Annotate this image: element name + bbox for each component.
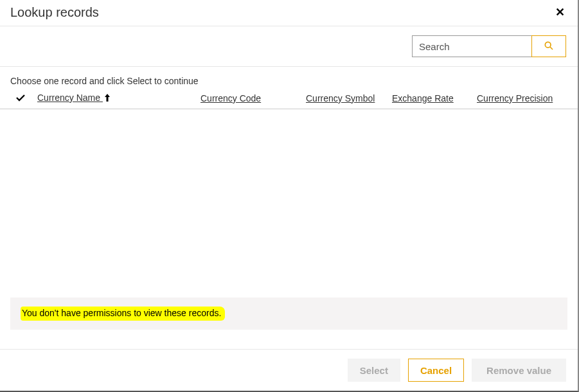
lookup-modal: Lookup records ✕ Choose one record and c… — [0, 0, 579, 392]
modal-header: Lookup records ✕ — [0, 0, 578, 26]
search-wrap — [412, 35, 566, 57]
sort-ascending-icon — [104, 93, 111, 103]
instruction-text: Choose one record and click Select to co… — [0, 67, 578, 90]
column-currency-code[interactable]: Currency Code — [200, 93, 297, 103]
permission-message: You don't have permissions to view these… — [21, 307, 225, 321]
permission-bar: You don't have permissions to view these… — [10, 298, 567, 330]
modal-footer: Select Cancel Remove value — [0, 349, 578, 391]
modal-title: Lookup records — [10, 5, 99, 20]
column-exchange-rate[interactable]: Exchange Rate — [392, 93, 468, 103]
close-icon: ✕ — [555, 6, 565, 19]
search-icon — [544, 40, 554, 53]
svg-point-0 — [545, 42, 551, 48]
search-button[interactable] — [531, 35, 566, 57]
search-input[interactable] — [412, 35, 531, 57]
records-body — [0, 109, 578, 298]
remove-value-button[interactable]: Remove value — [472, 359, 566, 382]
column-currency-precision[interactable]: Currency Precision — [477, 93, 560, 103]
column-header-row: Currency Name Currency Code Currency Sym… — [0, 90, 578, 109]
svg-line-1 — [550, 47, 553, 49]
check-icon — [15, 93, 26, 103]
search-row — [0, 26, 578, 67]
column-label: Currency Name — [37, 93, 100, 103]
column-currency-name[interactable]: Currency Name — [37, 93, 192, 103]
select-button[interactable]: Select — [348, 359, 400, 382]
column-currency-symbol[interactable]: Currency Symbol — [306, 93, 383, 103]
select-all-check[interactable] — [15, 93, 28, 103]
cancel-button[interactable]: Cancel — [408, 359, 464, 382]
close-button[interactable]: ✕ — [553, 4, 567, 21]
